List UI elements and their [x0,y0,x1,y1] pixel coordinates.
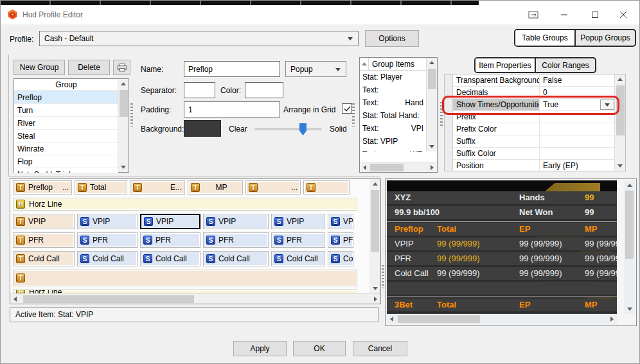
scroll-down-icon[interactable] [427,142,437,152]
group-list-item[interactable]: Turn [14,104,118,117]
editor-cell[interactable]: SVPIP [77,214,138,229]
apply-button[interactable]: Apply [233,341,287,356]
editor-vscrollbar[interactable] [369,179,380,293]
scroll-up-icon[interactable] [369,179,380,189]
scroll-down-icon[interactable] [118,162,129,172]
scroll-up-icon[interactable] [118,79,129,89]
tab-color-ranges[interactable]: Color Ranges [536,58,595,72]
group-items-row[interactable]: Text:WT: [360,148,426,152]
property-value[interactable]: True [540,99,615,110]
separator-input[interactable] [184,82,215,98]
scrollbar-thumb[interactable] [428,69,436,89]
scroll-right-icon[interactable] [427,162,437,172]
background-color-swatch[interactable] [184,120,221,137]
editor-cell[interactable]: SPFR [77,232,138,248]
padding-input[interactable]: 1 [184,101,280,117]
splitter-grip[interactable] [352,103,355,126]
scroll-left-icon[interactable] [387,314,396,324]
dropdown-button[interactable] [600,100,614,110]
maximize-icon[interactable] [584,6,606,23]
editor-cell[interactable]: SVPIP [271,214,325,229]
new-group-button[interactable]: New Group [13,60,65,75]
scroll-down-icon[interactable] [624,304,635,314]
scrollbar-thumb[interactable] [23,295,194,303]
scroll-left-icon[interactable] [360,162,369,172]
splitter-grip[interactable] [440,102,443,128]
property-row[interactable]: Transparent BackgroundFalse [453,74,615,87]
editor-cell[interactable]: TE... [130,180,185,195]
group-items-row[interactable]: Text: [360,83,426,96]
close-icon[interactable] [612,6,634,23]
editor-cell[interactable]: TPreflop... [13,180,72,195]
scrollbar-thumb[interactable] [120,90,128,117]
tab-popup-groups[interactable]: Popup Groups [576,30,635,46]
editor-cell[interactable]: T [303,180,350,195]
editor-cell[interactable]: SVPIP [140,214,200,229]
group-items-vscrollbar[interactable] [426,58,437,152]
editor-cell[interactable]: SPFR [203,232,269,248]
group-items-row[interactable]: Text:Hand [360,96,426,109]
group-list-scrollbar[interactable] [118,79,129,172]
cancel-button[interactable]: Cancel [353,341,407,356]
minimize-icon[interactable] [553,6,575,23]
editor-cell[interactable]: TMP [188,180,243,195]
splitter-grip[interactable] [382,265,384,288]
property-value[interactable]: Early (EP) [540,160,615,171]
scrollbar-thumb[interactable] [625,191,634,259]
delete-group-button[interactable]: Delete [68,60,110,75]
group-list-item[interactable]: Winrate [14,143,118,155]
property-value[interactable] [540,135,615,147]
scroll-up-icon[interactable] [427,58,437,67]
scroll-right-icon[interactable] [371,294,380,304]
group-list-item[interactable]: Preflop [14,91,118,104]
scroll-up-icon[interactable] [615,74,625,84]
editor-cell[interactable]: TPFR [13,232,75,248]
preview-vscrollbar[interactable] [624,180,635,314]
property-value[interactable] [540,148,615,159]
scroll-down-icon[interactable] [369,284,380,293]
scrollbar-thumb[interactable] [370,164,404,171]
editor-cell[interactable]: SVP [328,214,353,229]
property-value[interactable] [540,111,615,123]
editor-cell[interactable]: TCold Call [13,251,75,266]
group-items-row[interactable]: Stat: Total Hand: [360,109,426,122]
scroll-left-icon[interactable] [10,294,20,304]
ok-button[interactable]: OK [293,341,346,356]
property-value[interactable]: False [540,74,615,86]
editor-text-bar[interactable]: T [13,270,357,286]
color-input[interactable] [245,82,283,98]
editor-cell[interactable]: SCo [328,251,353,266]
scroll-up-icon[interactable] [624,180,635,190]
group-list-item[interactable]: Steal [14,130,118,143]
scrollbar-thumb[interactable] [398,315,480,323]
group-list-item[interactable]: Flop [14,155,118,168]
editor-horz-line[interactable]: HHorz Line [13,198,357,211]
property-row[interactable]: Suffix Color [453,148,615,160]
property-value[interactable]: 0 [540,87,615,98]
options-button[interactable]: Options [365,30,419,47]
property-row[interactable]: Prefix Color [453,123,615,135]
editor-cell[interactable]: SCold Call [140,251,200,266]
group-items-row[interactable]: Stat: VPIP [360,135,426,148]
tab-table-groups[interactable]: Table Groups [515,30,576,46]
profile-select[interactable]: Cash - Default [39,31,359,46]
opacity-slider[interactable] [254,128,322,130]
editor-cell[interactable]: TVPIP [13,214,75,229]
properties-scrollbar[interactable] [614,74,625,171]
splitter-grip[interactable] [130,103,133,126]
property-row[interactable]: Suffix [453,135,615,148]
sort-arrow-icon[interactable] [360,58,369,70]
group-items-row[interactable]: Text:VPI [360,122,426,135]
editor-cell[interactable]: SPF [328,232,353,248]
group-list-item[interactable]: River [14,117,118,130]
arrange-in-grid-checkbox[interactable] [342,103,352,114]
editor-cell[interactable]: SCold Call [77,251,138,266]
group-list-header[interactable]: Group [14,79,118,91]
group-type-select[interactable]: Popup [285,61,346,77]
property-row[interactable]: Prefix [453,111,615,123]
group-items-header[interactable]: Group Items [360,58,426,71]
scroll-right-icon[interactable] [607,314,617,324]
group-items-row[interactable]: Stat: Player [360,71,426,83]
scrollbar-thumb[interactable] [371,190,379,252]
group-items-hscrollbar[interactable] [360,162,437,172]
